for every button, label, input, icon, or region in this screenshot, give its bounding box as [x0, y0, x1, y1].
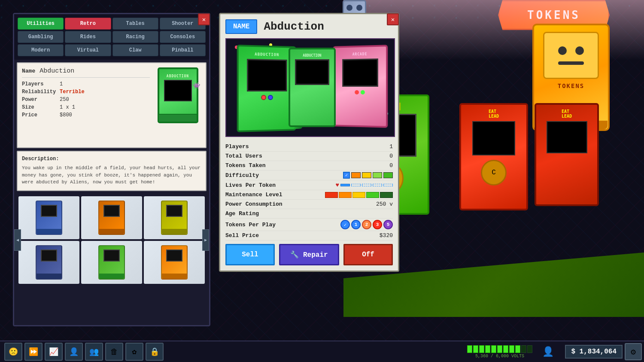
ps-1: [467, 345, 472, 353]
name-button[interactable]: NAME: [225, 19, 257, 34]
description-text: You wake up in the middle of a field, yo…: [22, 164, 201, 186]
diff-seg-2: [362, 172, 371, 178]
tab-retro[interactable]: Retro: [65, 18, 111, 30]
lives-bar: ♥: [336, 182, 393, 189]
catalog-grid-container: ◀ ▶: [16, 194, 207, 286]
tokens-sign-label: TOKENS: [527, 9, 580, 21]
tab-virtual[interactable]: Virtual: [65, 44, 111, 56]
lock-icon: 🔒: [150, 347, 159, 356]
detail-stat-tokens-taken: Tokens Taken 0: [225, 161, 393, 170]
staff-button[interactable]: 👥: [85, 343, 103, 361]
preview-machine-left: ABDUCTION: [237, 45, 296, 132]
item-sprite-base: [159, 114, 197, 122]
detail-stat-difficulty: Difficulty ✓: [225, 170, 393, 180]
flower-icon: ✿: [132, 347, 137, 356]
tab-consoles[interactable]: Consoles: [160, 31, 206, 43]
detail-difficulty-label: Difficulty: [225, 172, 259, 179]
ps-4: [485, 345, 490, 353]
eat-lead-machine: EATLEAD C: [459, 103, 532, 219]
lock-button[interactable]: 🔒: [146, 343, 164, 361]
tok-check: ✓: [340, 220, 350, 229]
detail-power-value: 250 v: [376, 201, 393, 207]
settings-icon: ⚙: [631, 347, 636, 357]
staff-icon: 👥: [89, 347, 99, 356]
maint-seg-5: [380, 192, 393, 198]
chart-icon: 📈: [49, 347, 58, 356]
maintenance-bar: [325, 192, 393, 198]
preview-machine-center: ABDUCTION: [289, 48, 336, 127]
tok-3: 3: [373, 220, 382, 229]
detail-close-button[interactable]: ✕: [387, 13, 399, 25]
catalog-close-button[interactable]: ✕: [198, 13, 210, 25]
money-display: $ 1,834,064: [565, 345, 623, 359]
tab-gambling[interactable]: Gambling: [18, 31, 64, 43]
stat-price-label: Price: [22, 112, 56, 118]
detail-stat-tokens-per-play: Tokens Per Play ✓ 1 2 3 5: [225, 219, 393, 231]
ps-3: [479, 345, 484, 353]
fast-forward-button[interactable]: ⏩: [24, 343, 43, 361]
tab-racing[interactable]: Racing: [112, 31, 158, 43]
diff-check: ✓: [343, 172, 350, 179]
detail-header: NAME Abduction: [225, 19, 393, 34]
lives-seg-2: [351, 184, 361, 186]
detail-total-users-value: 0: [389, 153, 393, 159]
stat-size-value: 1 x 1: [60, 104, 75, 110]
repair-button[interactable]: 🔧 Repair: [279, 244, 339, 265]
stat-players-label: Players: [22, 81, 56, 87]
catalog-item-3[interactable]: [144, 196, 205, 239]
ps-2: [473, 345, 478, 353]
detail-stats-section: Players 1 Total Users 0 Tokens Taken 0 D…: [225, 142, 393, 240]
ps-6: [497, 345, 502, 353]
detail-tokens-per-play-label: Tokens Per Play: [225, 222, 276, 228]
power-bar-container: 5,360 / 6,000 VOLTS: [467, 345, 532, 359]
people-button[interactable]: 👤: [65, 343, 83, 361]
lives-seg-4: [373, 184, 382, 186]
off-button[interactable]: Off: [343, 244, 393, 265]
detail-maintenance-label: Maintenance Level: [225, 192, 283, 198]
tab-tables[interactable]: Tables: [112, 18, 158, 30]
machine-image-preview: ABDUCTION ARCADE ABDUCTION: [225, 38, 395, 137]
catalog-item-5[interactable]: [81, 241, 142, 284]
trash-button[interactable]: 🗑: [105, 343, 123, 361]
stat-size-label: Size: [22, 104, 56, 110]
tokens-per-play-bar: ✓ 1 2 3 5: [340, 220, 393, 229]
flower-button[interactable]: ✿: [125, 343, 143, 361]
smiley-button[interactable]: 🙁: [4, 343, 22, 361]
stat-players: Players 1: [22, 81, 150, 87]
catalog-panel: ✕ Utilities Retro Tables Shooter Gamblin…: [13, 13, 210, 326]
catalog-scroll-left[interactable]: ◀: [14, 229, 21, 251]
tok-5: 5: [383, 220, 393, 229]
diff-seg-3: [373, 172, 382, 178]
smiley-icon: 🙁: [9, 347, 18, 356]
tab-utilities[interactable]: Utilities: [18, 18, 64, 30]
people-icon: 👤: [69, 347, 79, 356]
catalog-item-6[interactable]: [144, 241, 205, 284]
detail-lives-label: Lives Per Token: [225, 182, 276, 189]
tab-rides[interactable]: Rides: [65, 31, 111, 43]
item-info-panel: Name Abduction Players 1 Reliability Ter…: [17, 62, 207, 148]
detail-panel: ✕ NAME Abduction: [219, 13, 399, 272]
person-icon: 👤: [542, 346, 554, 358]
catalog-item-4[interactable]: [18, 241, 79, 284]
catalog-item-1[interactable]: [18, 196, 79, 239]
diff-seg-4: [383, 172, 393, 178]
detail-stat-power: Power Consumption 250 v: [225, 200, 393, 209]
sell-button[interactable]: Sell: [225, 244, 275, 265]
stat-reliability-label: Reliability: [22, 89, 56, 95]
detail-players-label: Players: [225, 143, 249, 150]
catalog-scroll-right[interactable]: ▶: [202, 229, 209, 251]
settings-button[interactable]: ⚙: [625, 343, 642, 360]
bottom-toolbar: 🙁 ⏩ 📈 👤 👥 🗑 ✿ 🔒 5,360 /: [0, 341, 644, 362]
tab-pinball[interactable]: Pinball: [160, 44, 206, 56]
money-value: $ 1,834,064: [571, 348, 617, 356]
detail-stat-lives: Lives Per Token ♥: [225, 180, 393, 190]
description-title: Description:: [22, 156, 201, 162]
ps-10: [521, 345, 526, 353]
chart-button[interactable]: 📈: [45, 343, 63, 361]
catalog-item-2[interactable]: [81, 196, 142, 239]
catalog-grid: [16, 194, 207, 286]
stat-price: Price $800: [22, 112, 150, 118]
detail-sell-price-value: $320: [380, 232, 393, 239]
tab-claw[interactable]: Claw: [112, 44, 158, 56]
tab-modern[interactable]: Modern: [18, 44, 64, 56]
